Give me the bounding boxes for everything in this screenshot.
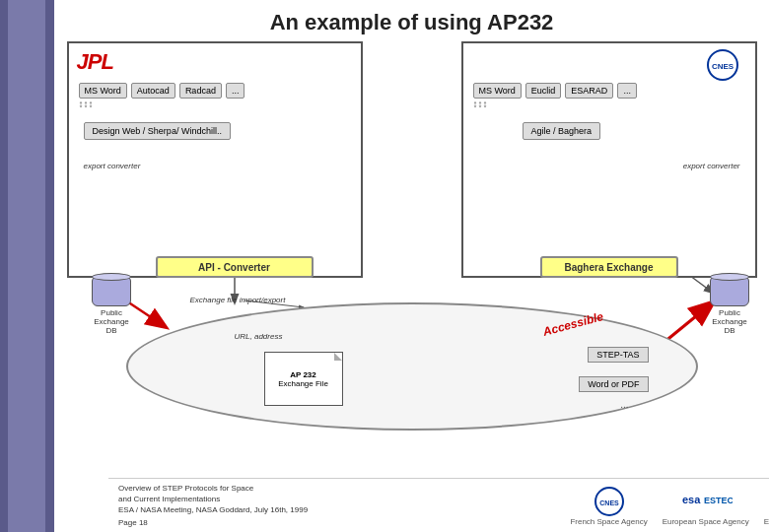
- cnes-tool-dots: ...: [617, 83, 637, 99]
- jpl-logo: JPL: [77, 49, 156, 77]
- footer-esa-block: esa ESTEC European Space Agency: [663, 486, 749, 526]
- svg-text:esa: esa: [682, 494, 701, 505]
- diagram-area: JPL MS Word Autocad Radcad ... ↕↕↕ Desig…: [67, 41, 757, 465]
- cnes-box: CNES MS Word Euclid ESARAD ... ↕↕↕ Agile…: [461, 41, 757, 278]
- cnes-tool-msword: MS Word: [473, 83, 522, 99]
- ap232-file-box: AP 232 Exchange File: [264, 352, 343, 406]
- right-db-label: Public Exchange DB: [712, 308, 747, 335]
- right-db-cylinder: Public Exchange DB: [703, 273, 757, 335]
- footer-espri-block: Espri Concept: [764, 486, 769, 526]
- cnes-agile-box: Agile / Baghera: [523, 122, 601, 140]
- word-pdp-box: Word or PDF: [579, 376, 648, 392]
- exchange-file-label: Exchange file import/export: [190, 296, 286, 304]
- footer-agency3: Espri Concept: [764, 517, 769, 526]
- jpl-design-box: Design Web / Sherpa/ Windchill..: [84, 122, 231, 140]
- svg-text:CNES: CNES: [711, 62, 734, 71]
- cnes-logo: CNES: [698, 47, 747, 83]
- cylinder-top-right: [710, 273, 749, 281]
- jpl-tool-radcad: Radcad: [179, 83, 222, 99]
- jpl-tools-row: MS Word Autocad Radcad ...: [77, 81, 247, 100]
- svg-text:CNES: CNES: [599, 499, 619, 506]
- footer-agency1: French Space Agency: [570, 517, 647, 526]
- footer-logos: CNES French Space Agency esa ESTEC Europ…: [570, 486, 769, 526]
- ap232-label1: AP 232: [290, 370, 316, 379]
- cnes-export-label: export converter: [683, 162, 740, 170]
- cnes-footer-logo: CNES: [589, 486, 630, 517]
- ellipse-area: [126, 302, 698, 431]
- jpl-tool-dots: ...: [226, 83, 245, 99]
- ap232-label2: Exchange File: [278, 379, 328, 388]
- jpl-arrows: ↕↕↕: [79, 99, 94, 109]
- step-tas-box: STEP-TAS: [588, 347, 648, 363]
- left-strip-inner: [8, 0, 45, 532]
- jpl-export-label: export converter: [84, 162, 141, 170]
- cnes-tool-esarad: ESARAD: [565, 83, 613, 99]
- footer-cnes-block: CNES French Space Agency: [570, 486, 647, 526]
- page-title: An example of using AP232: [54, 0, 769, 41]
- dots-box: ...: [620, 399, 628, 410]
- esa-footer-logo: esa ESTEC: [678, 486, 733, 517]
- left-db-cylinder: Public Exchange DB: [85, 273, 139, 335]
- cylinder-body-left: [92, 277, 131, 306]
- left-db-label: Public Exchange DB: [94, 308, 129, 335]
- cnes-arrows: ↕↕↕: [473, 99, 488, 109]
- jpl-box: JPL MS Word Autocad Radcad ... ↕↕↕ Desig…: [67, 41, 363, 278]
- footer-text: Overview of STEP Protocols for Space and…: [118, 483, 308, 529]
- footer-agency2: European Space Agency: [663, 517, 749, 526]
- cnes-tools-row: MS Word Euclid ESARAD ...: [471, 81, 639, 100]
- svg-text:ESTEC: ESTEC: [704, 496, 733, 505]
- jpl-tool-msword: MS Word: [79, 83, 127, 99]
- jpl-tool-autocad: Autocad: [131, 83, 175, 99]
- baghera-exchange-box: Baghera Exchange: [540, 256, 678, 278]
- cylinder-top-left: [92, 273, 131, 281]
- api-converter-box: API - Converter: [156, 256, 314, 278]
- main-content: An example of using AP232: [54, 0, 769, 532]
- left-decorative-strip: [0, 0, 54, 532]
- cylinder-body-right: [710, 277, 749, 306]
- jpl-logo-text: JPL: [77, 49, 113, 74]
- footer: Overview of STEP Protocols for Space and…: [108, 478, 769, 532]
- url-label: URL, address: [235, 332, 283, 341]
- cnes-tool-euclid: Euclid: [525, 83, 562, 99]
